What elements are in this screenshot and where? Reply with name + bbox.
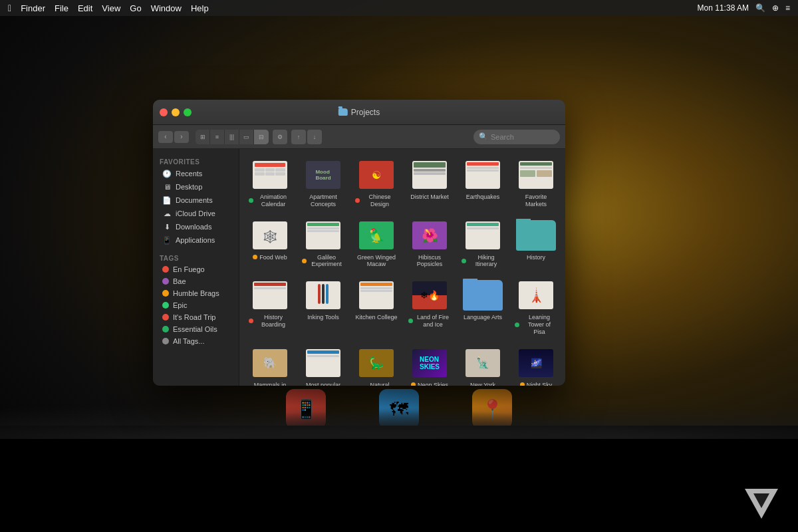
sidebar-tag-road-trip[interactable]: It's Road Trip [156,311,236,323]
menu-file[interactable]: File [55,3,68,13]
view-gallery-btn[interactable]: ▭ [239,130,254,144]
menubar-menu-icon[interactable]: ≡ [785,3,790,13]
file-natural-history[interactable]: 🦕 Natural History [352,344,400,386]
thumb-history-boarding [249,279,291,312]
sidebar-item-desktop[interactable]: 🖥 Desktop [156,180,236,194]
file-macaw[interactable]: 🦜 Green Winged Macaw [352,216,400,271]
file-earthquakes[interactable]: Earthquakes [459,156,507,211]
file-night-sky[interactable]: 🌌 Night Sky [512,344,560,386]
window-title: Projects [338,108,380,117]
sidebar-tag-en-fuego[interactable]: En Fuego [156,263,236,275]
file-land-fire-ice[interactable]: ❄🔥 Land of Fire and Ice [406,276,454,338]
menu-view[interactable]: View [102,3,120,13]
file-grid: Animation Calendar MoodBoard Apartment C… [239,149,565,386]
verge-triangle [745,489,778,519]
menubar-time: Mon 11:38 AM [698,3,749,13]
maximize-button[interactable] [184,108,192,116]
sidebar-tag-epic[interactable]: Epic [156,299,236,311]
file-kitchen-college[interactable]: Kitchen College [352,276,400,338]
menu-help[interactable]: Help [191,3,209,13]
tag-label-essential-oils: Essential Oils [173,325,217,333]
thumb-galileo [302,219,344,252]
tag-label-bae: Bae [173,277,186,285]
close-button[interactable] [160,108,168,116]
sidebar-label-downloads: Downloads [176,223,211,231]
tag-dot [462,259,466,263]
sidebar-tag-all-tags[interactable]: All Tags... [156,335,236,347]
thumb-animation-calendar [249,158,291,192]
file-neon-skies[interactable]: NEONSKIES Neon Skies [406,344,454,386]
file-apartment-concepts[interactable]: MoodBoard Apartment Concepts [299,156,347,211]
nav-buttons: ‹ › [158,131,189,143]
sidebar-tag-bae[interactable]: Bae [156,275,236,287]
file-label-night-sky: Night Sky [520,382,553,386]
file-animation-calendar[interactable]: Animation Calendar [246,156,294,211]
menubar-search-icon[interactable]: 🔍 [755,3,765,13]
file-label-hiking: Hiking Itinerary [462,254,504,269]
folder-blue [463,280,503,311]
share-buttons: ↑ ↓ [291,130,322,144]
menu-window[interactable]: Window [151,3,182,13]
file-label-history-boarding: History Boarding [249,314,291,329]
apple-menu[interactable]:  [8,3,11,13]
sidebar-tag-essential-oils[interactable]: Essential Oils [156,323,236,335]
view-list-btn[interactable]: ≡ [210,130,225,144]
file-label-animation-calendar: Animation Calendar [249,194,291,208]
thumb-hiking [462,219,504,252]
menubar-control-center[interactable]: ⊕ [772,3,779,13]
file-leaning-tower[interactable]: 🗼 Leaning Tower of Pisa [512,276,560,338]
minimize-button[interactable] [172,108,180,116]
file-food-web[interactable]: 🕸️ Food Web [246,216,294,271]
file-label-skate-parks: Most popular Skate Parks [302,382,344,386]
menu-go[interactable]: Go [130,3,141,13]
file-inking-tools[interactable]: Inking Tools [299,276,347,338]
sidebar-item-icloud[interactable]: ☁ iCloud Drive [156,207,236,220]
tag-label-road-trip: It's Road Trip [173,313,215,321]
menu-finder[interactable]: Finder [21,3,45,13]
sidebar-label-recents: Recents [176,170,202,178]
file-favorite-markets[interactable]: Favorite Markets [512,156,560,211]
file-galileo[interactable]: Galileo Experiment [299,216,347,271]
sidebar-tag-humble-brags[interactable]: Humble Brags [156,287,236,299]
sidebar-item-downloads[interactable]: ⬇ Downloads [156,220,236,233]
thumb-inking-tools [302,279,344,312]
view-grid-btn[interactable]: ⊟ [254,130,269,144]
tag-label-all: All Tags... [173,337,205,345]
forward-button[interactable]: › [174,131,189,143]
file-mammals-africa[interactable]: 🐘 Mammals in Africa [246,344,294,386]
file-label-land-fire-ice: Land of Fire and Ice [408,314,451,329]
file-new-york[interactable]: 🗽 New York [459,344,507,386]
file-label-leaning-tower: Leaning Tower of Pisa [515,314,557,335]
file-chinese-design[interactable]: ☯ Chinese Design [352,156,400,211]
file-label-district-market: District Market [410,194,449,201]
view-icon-btn[interactable]: ⊞ [196,130,210,144]
file-label-history: History [527,254,545,261]
menu-edit[interactable]: Edit [78,3,92,13]
thumb-skate-parks [302,346,344,380]
sidebar-item-recents[interactable]: 🕐 Recents [156,167,236,180]
sidebar-item-applications[interactable]: 📱 Applications [156,233,236,247]
tag-dot [253,255,257,259]
file-history-boarding[interactable]: History Boarding [246,276,294,338]
file-skate-parks[interactable]: Most popular Skate Parks [299,344,347,386]
sidebar-item-documents[interactable]: 📄 Documents [156,194,236,207]
action-button[interactable]: ⚙ [273,130,287,144]
file-history[interactable]: History [512,216,560,271]
tag-dot [302,259,307,263]
thumb-leaning-tower: 🗼 [515,279,557,312]
menubar:  Finder File Edit View Go Window Help M… [0,0,798,16]
share-up-btn[interactable]: ↑ [291,130,306,144]
icloud-icon: ☁ [162,209,172,218]
back-button[interactable]: ‹ [158,131,173,143]
thumb-chinese-design: ☯ [355,158,398,192]
tag-dot-bae [162,278,169,285]
share-down-btn[interactable]: ↓ [307,130,322,144]
file-language-arts[interactable]: Language Arts [459,276,507,338]
view-column-btn[interactable]: ||| [225,130,239,144]
file-hibiscus[interactable]: 🌺 Hibiscus Popsicles [406,216,454,271]
search-bar[interactable]: 🔍 Search [473,130,560,144]
sidebar-label-documents: Documents [176,196,213,204]
file-district-market[interactable]: District Market [406,156,454,211]
thumb-natural-history: 🦕 [355,346,398,380]
file-hiking[interactable]: Hiking Itinerary [459,216,507,271]
